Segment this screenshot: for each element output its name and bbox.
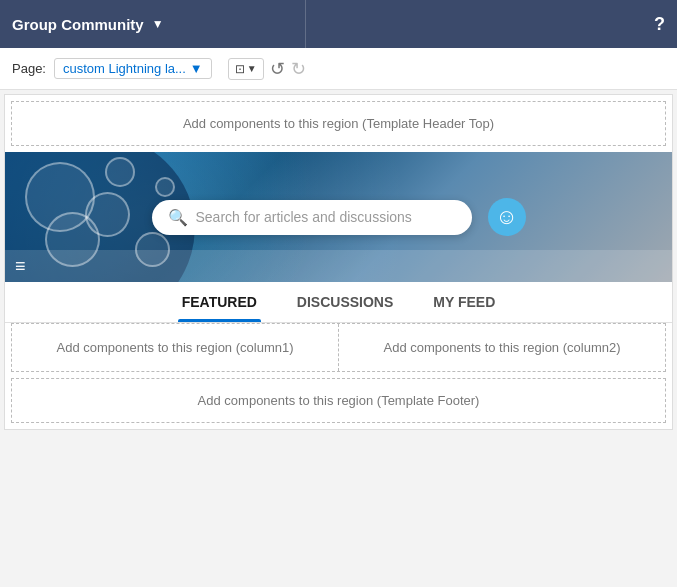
footer-label: Add components to this region (Template … [198, 393, 480, 408]
hamburger-bar: ≡ [5, 250, 672, 282]
footer-region: Add components to this region (Template … [11, 378, 666, 423]
hero-banner: 🔍 Search for articles and discussions ☺ … [5, 152, 672, 282]
undo-button[interactable]: ↺ [270, 58, 285, 80]
column1-label: Add components to this region (column1) [56, 340, 293, 355]
help-button[interactable]: ? [654, 14, 665, 35]
page-actions: ⊡ ▼ ↺ ↻ [228, 58, 306, 80]
page-name-chevron: ▼ [190, 61, 203, 76]
avatar-button[interactable]: ☺ [488, 198, 526, 236]
top-nav-left: Group Community ▼ [12, 16, 164, 33]
search-icon: 🔍 [168, 208, 188, 227]
search-placeholder[interactable]: Search for articles and discussions [196, 209, 456, 225]
page-name-selector[interactable]: custom Lightning la... ▼ [54, 58, 212, 79]
nav-divider [305, 0, 306, 48]
page-label: Page: [12, 61, 46, 76]
header-top-region: Add components to this region (Template … [11, 101, 666, 146]
redo-button[interactable]: ↻ [291, 58, 306, 80]
search-box[interactable]: 🔍 Search for articles and discussions [152, 200, 472, 235]
bubble-3 [105, 157, 135, 187]
avatar-icon: ☺ [495, 204, 517, 230]
bubble-5 [155, 177, 175, 197]
page-name-text: custom Lightning la... [63, 61, 186, 76]
tabs-row: FEATURED DISCUSSIONS MY FEED [5, 282, 672, 323]
app-title: Group Community [12, 16, 144, 33]
hamburger-icon[interactable]: ≡ [15, 256, 26, 277]
two-column-container: Add components to this region (column1) … [11, 323, 666, 372]
device-chevron: ▼ [247, 63, 257, 74]
tab-myfeed[interactable]: MY FEED [429, 282, 499, 322]
top-nav-bar: Group Community ▼ ? [0, 0, 677, 48]
search-area: 🔍 Search for articles and discussions ☺ [152, 198, 526, 236]
header-top-label: Add components to this region (Template … [183, 116, 494, 131]
page-bar: Page: custom Lightning la... ▼ ⊡ ▼ ↺ ↻ [0, 48, 677, 90]
column1-region: Add components to this region (column1) [12, 324, 339, 371]
column2-label: Add components to this region (column2) [383, 340, 620, 355]
tab-myfeed-label: MY FEED [433, 294, 495, 310]
app-title-chevron[interactable]: ▼ [152, 17, 164, 31]
page-canvas: Add components to this region (Template … [4, 94, 673, 430]
device-icon: ⊡ [235, 62, 245, 76]
main-area: Add components to this region (Template … [0, 90, 677, 434]
tab-featured[interactable]: FEATURED [178, 282, 261, 322]
device-selector[interactable]: ⊡ ▼ [228, 58, 264, 80]
tab-featured-label: FEATURED [182, 294, 257, 310]
tab-discussions-label: DISCUSSIONS [297, 294, 393, 310]
column2-region: Add components to this region (column2) [339, 324, 665, 371]
tab-discussions[interactable]: DISCUSSIONS [293, 282, 397, 322]
